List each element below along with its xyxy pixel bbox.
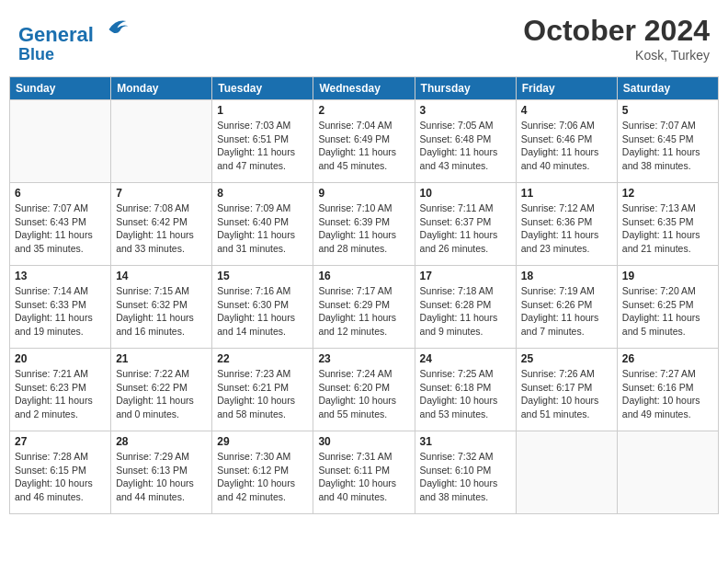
day-detail: Sunrise: 7:08 AM Sunset: 6:42 PM Dayligh…	[116, 201, 207, 256]
weekday-header-thursday: Thursday	[415, 76, 516, 99]
calendar-cell: 20Sunrise: 7:21 AM Sunset: 6:23 PM Dayli…	[10, 348, 111, 431]
week-row-2: 6Sunrise: 7:07 AM Sunset: 6:43 PM Daylig…	[10, 182, 719, 265]
logo: General Blue	[18, 14, 130, 64]
day-number: 30	[318, 435, 409, 448]
day-detail: Sunrise: 7:04 AM Sunset: 6:49 PM Dayligh…	[318, 119, 409, 173]
title-block: October 2024 Kosk, Turkey	[523, 14, 710, 63]
day-number: 19	[622, 270, 713, 282]
day-detail: Sunrise: 7:12 AM Sunset: 6:36 PM Dayligh…	[521, 201, 612, 256]
day-number: 25	[521, 352, 612, 365]
day-detail: Sunrise: 7:07 AM Sunset: 6:43 PM Dayligh…	[15, 201, 106, 256]
logo-bird-icon	[102, 14, 130, 41]
day-number: 4	[521, 104, 612, 117]
calendar-cell: 25Sunrise: 7:26 AM Sunset: 6:17 PM Dayli…	[516, 348, 617, 431]
day-detail: Sunrise: 7:26 AM Sunset: 6:17 PM Dayligh…	[521, 367, 612, 421]
day-number: 27	[15, 435, 106, 448]
calendar-cell: 11Sunrise: 7:12 AM Sunset: 6:36 PM Dayli…	[516, 182, 617, 265]
weekday-header-friday: Friday	[516, 76, 617, 99]
day-detail: Sunrise: 7:24 AM Sunset: 6:20 PM Dayligh…	[318, 367, 409, 421]
day-detail: Sunrise: 7:30 AM Sunset: 6:12 PM Dayligh…	[217, 450, 308, 504]
calendar-cell: 30Sunrise: 7:31 AM Sunset: 6:11 PM Dayli…	[313, 431, 415, 513]
calendar-cell: 13Sunrise: 7:14 AM Sunset: 6:33 PM Dayli…	[10, 265, 111, 348]
day-number: 29	[217, 435, 308, 448]
day-detail: Sunrise: 7:13 AM Sunset: 6:35 PM Dayligh…	[622, 201, 713, 256]
calendar-cell: 2Sunrise: 7:04 AM Sunset: 6:49 PM Daylig…	[313, 99, 415, 182]
calendar-cell: 26Sunrise: 7:27 AM Sunset: 6:16 PM Dayli…	[617, 348, 718, 431]
day-number: 23	[318, 352, 409, 365]
day-number: 7	[116, 187, 207, 200]
calendar-cell: 14Sunrise: 7:15 AM Sunset: 6:32 PM Dayli…	[111, 265, 212, 348]
weekday-header-saturday: Saturday	[617, 76, 718, 99]
day-number: 17	[420, 270, 511, 282]
day-number: 5	[622, 104, 713, 117]
day-number: 1	[217, 104, 308, 117]
calendar-cell: 4Sunrise: 7:06 AM Sunset: 6:46 PM Daylig…	[516, 99, 617, 182]
calendar-cell	[111, 99, 212, 182]
calendar-cell: 18Sunrise: 7:19 AM Sunset: 6:26 PM Dayli…	[516, 265, 617, 348]
calendar-cell: 7Sunrise: 7:08 AM Sunset: 6:42 PM Daylig…	[111, 182, 212, 265]
week-row-3: 13Sunrise: 7:14 AM Sunset: 6:33 PM Dayli…	[10, 265, 719, 348]
day-number: 2	[318, 104, 409, 117]
weekday-header-sunday: Sunday	[10, 76, 111, 99]
day-detail: Sunrise: 7:29 AM Sunset: 6:13 PM Dayligh…	[116, 450, 207, 504]
weekday-header-row: SundayMondayTuesdayWednesdayThursdayFrid…	[10, 76, 719, 99]
calendar-cell: 27Sunrise: 7:28 AM Sunset: 6:15 PM Dayli…	[10, 431, 111, 513]
day-number: 18	[521, 270, 612, 282]
calendar-cell: 28Sunrise: 7:29 AM Sunset: 6:13 PM Dayli…	[111, 431, 212, 513]
day-detail: Sunrise: 7:21 AM Sunset: 6:23 PM Dayligh…	[15, 367, 106, 421]
day-number: 26	[622, 352, 713, 365]
day-detail: Sunrise: 7:15 AM Sunset: 6:32 PM Dayligh…	[116, 284, 207, 339]
calendar-cell: 5Sunrise: 7:07 AM Sunset: 6:45 PM Daylig…	[617, 99, 718, 182]
day-detail: Sunrise: 7:32 AM Sunset: 6:10 PM Dayligh…	[420, 450, 511, 504]
day-detail: Sunrise: 7:20 AM Sunset: 6:25 PM Dayligh…	[622, 284, 713, 339]
calendar-cell: 8Sunrise: 7:09 AM Sunset: 6:40 PM Daylig…	[212, 182, 313, 265]
day-detail: Sunrise: 7:31 AM Sunset: 6:11 PM Dayligh…	[318, 450, 409, 504]
calendar-cell: 16Sunrise: 7:17 AM Sunset: 6:29 PM Dayli…	[313, 265, 415, 348]
day-detail: Sunrise: 7:23 AM Sunset: 6:21 PM Dayligh…	[217, 367, 308, 421]
day-number: 14	[116, 270, 207, 282]
calendar-cell: 21Sunrise: 7:22 AM Sunset: 6:22 PM Dayli…	[111, 348, 212, 431]
day-detail: Sunrise: 7:17 AM Sunset: 6:29 PM Dayligh…	[318, 284, 409, 339]
week-row-1: 1Sunrise: 7:03 AM Sunset: 6:51 PM Daylig…	[10, 99, 719, 182]
day-detail: Sunrise: 7:03 AM Sunset: 6:51 PM Dayligh…	[217, 119, 308, 173]
weekday-header-wednesday: Wednesday	[313, 76, 415, 99]
logo-blue: Blue	[18, 46, 130, 64]
day-detail: Sunrise: 7:19 AM Sunset: 6:26 PM Dayligh…	[521, 284, 612, 339]
weekday-header-tuesday: Tuesday	[212, 76, 313, 99]
day-number: 10	[420, 187, 511, 200]
day-number: 20	[15, 352, 106, 365]
day-number: 21	[116, 352, 207, 365]
logo-general: General	[18, 23, 94, 46]
calendar-cell	[617, 431, 718, 513]
day-detail: Sunrise: 7:10 AM Sunset: 6:39 PM Dayligh…	[318, 201, 409, 256]
calendar-cell: 24Sunrise: 7:25 AM Sunset: 6:18 PM Dayli…	[415, 348, 516, 431]
calendar-cell: 1Sunrise: 7:03 AM Sunset: 6:51 PM Daylig…	[212, 99, 313, 182]
day-detail: Sunrise: 7:22 AM Sunset: 6:22 PM Dayligh…	[116, 367, 207, 421]
day-number: 3	[420, 104, 511, 117]
page-header: General Blue October 2024 Kosk, Turkey	[9, 9, 719, 69]
day-detail: Sunrise: 7:28 AM Sunset: 6:15 PM Dayligh…	[15, 450, 106, 504]
day-number: 13	[15, 270, 106, 282]
calendar-cell: 3Sunrise: 7:05 AM Sunset: 6:48 PM Daylig…	[415, 99, 516, 182]
calendar-cell: 17Sunrise: 7:18 AM Sunset: 6:28 PM Dayli…	[415, 265, 516, 348]
calendar-cell: 9Sunrise: 7:10 AM Sunset: 6:39 PM Daylig…	[313, 182, 415, 265]
day-number: 16	[318, 270, 409, 282]
month-title: October 2024	[523, 14, 710, 48]
day-detail: Sunrise: 7:09 AM Sunset: 6:40 PM Dayligh…	[217, 201, 308, 256]
calendar-cell: 19Sunrise: 7:20 AM Sunset: 6:25 PM Dayli…	[617, 265, 718, 348]
day-detail: Sunrise: 7:06 AM Sunset: 6:46 PM Dayligh…	[521, 119, 612, 173]
week-row-4: 20Sunrise: 7:21 AM Sunset: 6:23 PM Dayli…	[10, 348, 719, 431]
weekday-header-monday: Monday	[111, 76, 212, 99]
day-number: 8	[217, 187, 308, 200]
week-row-5: 27Sunrise: 7:28 AM Sunset: 6:15 PM Dayli…	[10, 431, 719, 513]
calendar-cell: 15Sunrise: 7:16 AM Sunset: 6:30 PM Dayli…	[212, 265, 313, 348]
calendar-cell: 12Sunrise: 7:13 AM Sunset: 6:35 PM Dayli…	[617, 182, 718, 265]
calendar-table: SundayMondayTuesdayWednesdayThursdayFrid…	[9, 76, 719, 514]
location: Kosk, Turkey	[523, 48, 710, 63]
day-number: 22	[217, 352, 308, 365]
calendar-cell: 29Sunrise: 7:30 AM Sunset: 6:12 PM Dayli…	[212, 431, 313, 513]
day-number: 9	[318, 187, 409, 200]
calendar-cell: 23Sunrise: 7:24 AM Sunset: 6:20 PM Dayli…	[313, 348, 415, 431]
calendar-cell: 6Sunrise: 7:07 AM Sunset: 6:43 PM Daylig…	[10, 182, 111, 265]
day-detail: Sunrise: 7:07 AM Sunset: 6:45 PM Dayligh…	[622, 119, 713, 173]
